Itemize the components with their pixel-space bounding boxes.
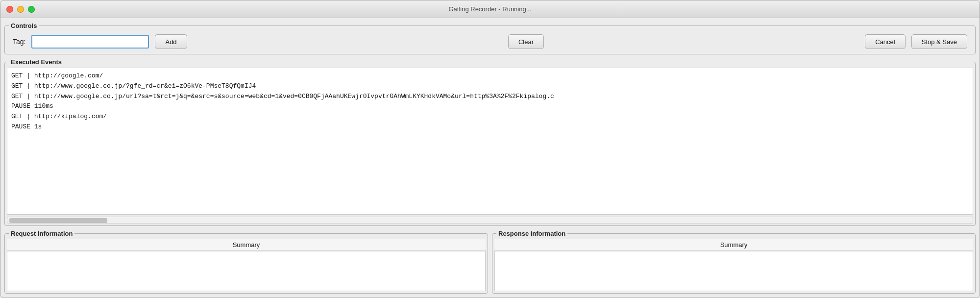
request-summary-header: Summary — [7, 239, 486, 251]
response-summary-header: Summary — [494, 239, 973, 251]
window-title: Gatling Recorder - Running... — [448, 5, 531, 13]
list-item: GET | http://www.google.co.jp/url?sa=t&r… — [11, 92, 969, 102]
events-content[interactable]: GET | http://google.com/ GET | http://ww… — [7, 68, 973, 215]
window-controls — [6, 6, 35, 13]
bottom-panels: Request Information Summary Response Inf… — [4, 230, 976, 294]
request-info-legend: Request Information — [9, 230, 74, 237]
controls-fieldset: Controls Tag: Add Clear Cancel Stop & Sa… — [4, 22, 976, 54]
response-info-fieldset: Response Information Summary — [492, 230, 976, 294]
horizontal-scrollbar[interactable] — [7, 217, 973, 224]
response-summary-container: Summary — [494, 239, 973, 291]
request-info-inner: Summary — [7, 239, 486, 291]
clear-button[interactable]: Clear — [508, 34, 544, 49]
window-content: Controls Tag: Add Clear Cancel Stop & Sa… — [0, 18, 980, 298]
maximize-button[interactable] — [28, 6, 35, 13]
cancel-button[interactable]: Cancel — [865, 34, 905, 49]
response-info-inner: Summary — [494, 239, 973, 291]
main-window: Gatling Recorder - Running... Controls T… — [0, 0, 980, 298]
controls-section: Tag: Add Clear Cancel Stop & Save — [5, 29, 975, 54]
scroll-thumb — [9, 218, 107, 223]
list-item: PAUSE 1s — [11, 122, 969, 132]
events-body: GET | http://google.com/ GET | http://ww… — [5, 66, 975, 225]
stop-save-button[interactable]: Stop & Save — [911, 34, 967, 49]
request-summary-body — [7, 251, 486, 291]
add-button[interactable]: Add — [155, 34, 187, 49]
title-bar: Gatling Recorder - Running... — [0, 0, 980, 18]
response-info-legend: Response Information — [496, 230, 567, 237]
tag-input[interactable] — [31, 35, 149, 49]
response-info-panel: Response Information Summary — [492, 230, 976, 294]
close-button[interactable] — [6, 6, 13, 13]
tag-label: Tag: — [13, 38, 25, 46]
events-section: Executed Events GET | http://google.com/… — [4, 58, 976, 226]
request-info-panel: Request Information Summary — [4, 230, 488, 294]
list-item: GET | http://www.google.co.jp/?gfe_rd=cr… — [11, 81, 969, 92]
minimize-button[interactable] — [17, 6, 24, 13]
list-item: GET | http://google.com/ — [11, 71, 969, 81]
list-item: GET | http://kipalog.com/ — [11, 112, 969, 122]
controls-legend: Controls — [9, 22, 39, 29]
events-legend: Executed Events — [9, 58, 64, 66]
request-info-fieldset: Request Information Summary — [4, 230, 488, 294]
controls-row: Tag: Add Clear Cancel Stop & Save — [13, 34, 967, 49]
response-summary-body — [494, 251, 973, 291]
events-fieldset: Executed Events GET | http://google.com/… — [4, 58, 976, 226]
request-summary-container: Summary — [7, 239, 486, 291]
list-item: PAUSE 110ms — [11, 101, 969, 112]
